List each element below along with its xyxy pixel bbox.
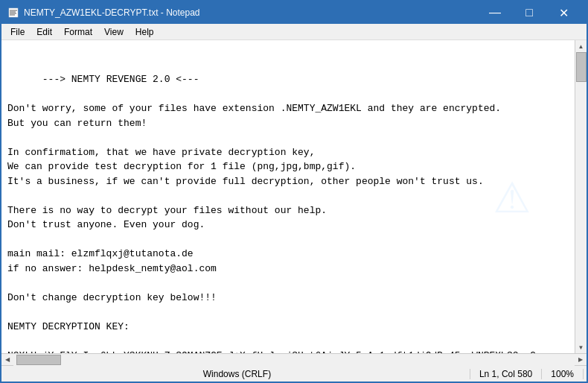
minimize-button[interactable]: —: [478, 1, 512, 24]
svg-rect-0: [9, 8, 18, 17]
horizontal-scrollbar[interactable]: ◀ ▶: [1, 353, 587, 365]
scroll-thumb[interactable]: [576, 52, 587, 82]
title-bar: NEMTY_AZW1EKL-DECRYPT.txt - Notepad — □ …: [1, 1, 587, 24]
menu-format[interactable]: Format: [58, 25, 98, 39]
editor-area: ⚠ ---> NEMTY REVENGE 2.0 <--- Don't worr…: [1, 40, 587, 353]
scroll-down-arrow[interactable]: ▼: [575, 341, 587, 353]
scroll-up-arrow[interactable]: ▲: [575, 40, 587, 52]
status-bar: Windows (CRLF) Ln 1, Col 580 100%: [1, 365, 587, 382]
scroll-bottom-thumb[interactable]: [16, 355, 61, 365]
scroll-bottom-track[interactable]: [13, 354, 575, 366]
scroll-right-arrow[interactable]: ▶: [575, 354, 587, 366]
watermark: ⚠: [494, 152, 530, 241]
maximize-button[interactable]: □: [512, 1, 546, 24]
scroll-track[interactable]: [575, 52, 587, 341]
text-editor[interactable]: ⚠ ---> NEMTY REVENGE 2.0 <--- Don't worr…: [1, 40, 575, 353]
editor-text: ---> NEMTY REVENGE 2.0 <--- Don't worry,…: [7, 74, 542, 353]
status-encoding: Windows (CRLF): [4, 369, 470, 379]
menu-edit[interactable]: Edit: [31, 25, 58, 39]
window-controls: — □ ✕: [478, 1, 581, 24]
menu-help[interactable]: Help: [130, 25, 160, 39]
window-title: NEMTY_AZW1EKL-DECRYPT.txt - Notepad: [24, 7, 478, 18]
notepad-window: NEMTY_AZW1EKL-DECRYPT.txt - Notepad — □ …: [0, 0, 588, 383]
menu-file[interactable]: File: [4, 25, 31, 39]
app-icon: [7, 7, 19, 19]
vertical-scrollbar[interactable]: ▲ ▼: [575, 40, 587, 353]
close-button[interactable]: ✕: [546, 1, 581, 24]
status-line-col: Ln 1, Col 580: [470, 369, 542, 379]
scroll-left-arrow[interactable]: ◀: [1, 354, 13, 366]
status-zoom: 100%: [542, 369, 584, 379]
menu-bar: File Edit Format View Help: [1, 24, 587, 40]
menu-view[interactable]: View: [98, 25, 130, 39]
